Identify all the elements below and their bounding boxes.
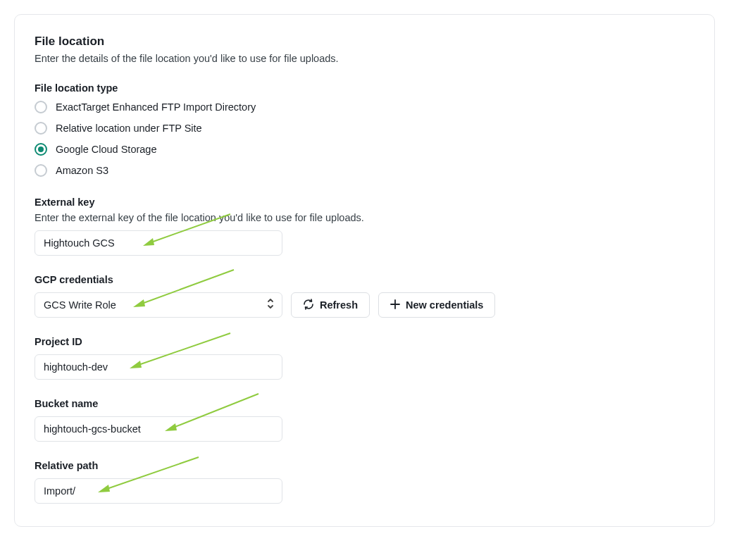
- file-location-type-radio-group: ExactTarget Enhanced FTP Import Director…: [35, 101, 694, 177]
- radio-label: Amazon S3: [56, 165, 108, 176]
- external-key-desc: Enter the external key of the file locat…: [35, 212, 694, 223]
- radio-icon: [35, 101, 47, 113]
- gcp-credentials-block: GCP credentials: [35, 274, 694, 318]
- new-credentials-button-label: New credentials: [406, 299, 483, 311]
- project-id-input[interactable]: [35, 354, 282, 380]
- gcp-credentials-label: GCP credentials: [35, 274, 694, 285]
- radio-icon: [35, 122, 47, 135]
- section-title: File location: [35, 35, 694, 49]
- relative-path-input[interactable]: [35, 478, 282, 504]
- radio-s3[interactable]: Amazon S3: [35, 164, 694, 177]
- external-key-label: External key: [35, 197, 694, 208]
- radio-relative-ftp[interactable]: Relative location under FTP Site: [35, 122, 694, 135]
- radio-exacttarget[interactable]: ExactTarget Enhanced FTP Import Director…: [35, 101, 694, 113]
- bucket-name-label: Bucket name: [35, 398, 694, 409]
- radio-label: Google Cloud Storage: [56, 144, 157, 155]
- refresh-button-label: Refresh: [320, 299, 358, 311]
- file-location-card: File location Enter the details of the f…: [14, 14, 715, 527]
- project-id-block: Project ID: [35, 336, 694, 380]
- radio-label: ExactTarget Enhanced FTP Import Director…: [56, 101, 256, 113]
- refresh-icon: [303, 299, 314, 312]
- external-key-block: External key Enter the external key of t…: [35, 197, 694, 256]
- radio-gcs[interactable]: Google Cloud Storage: [35, 143, 694, 156]
- external-key-input[interactable]: [35, 230, 282, 256]
- project-id-label: Project ID: [35, 336, 694, 347]
- relative-path-label: Relative path: [35, 460, 694, 471]
- bucket-name-input[interactable]: [35, 416, 282, 442]
- bucket-name-block: Bucket name: [35, 398, 694, 442]
- section-desc: Enter the details of the file location y…: [35, 53, 694, 64]
- gcp-credentials-select[interactable]: [35, 292, 282, 318]
- radio-icon: [35, 164, 47, 177]
- file-location-type-label: File location type: [35, 82, 694, 94]
- refresh-button[interactable]: Refresh: [291, 292, 370, 318]
- plus-icon: [390, 299, 400, 311]
- relative-path-block: Relative path: [35, 460, 694, 504]
- new-credentials-button[interactable]: New credentials: [378, 292, 495, 318]
- radio-icon: [35, 143, 47, 156]
- radio-label: Relative location under FTP Site: [56, 123, 202, 134]
